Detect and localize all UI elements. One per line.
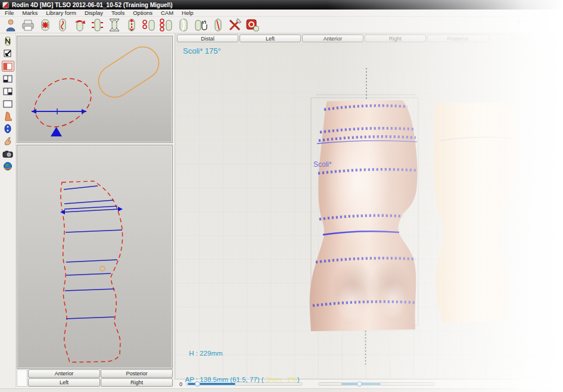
hand-select-icon[interactable] (194, 18, 208, 32)
reference-torso (434, 102, 517, 323)
main-toolbar (0, 17, 563, 33)
measure-h: H : 229mm (181, 349, 300, 358)
menu-library-form[interactable]: Library form (46, 10, 76, 16)
measure-ap: AP : 138.5mm (61.5, 77) (-3mm, -2%) (181, 375, 300, 384)
orientation-buttons: Anterior Posterior Left Right (17, 369, 173, 387)
tab-right[interactable]: Right (365, 35, 426, 42)
profile-drawing (17, 145, 172, 368)
model-rings-stack-icon[interactable] (159, 18, 173, 32)
zoom-slider-thumb[interactable] (357, 381, 362, 387)
menu-tools[interactable]: Tools (111, 10, 125, 16)
patient-icon[interactable] (4, 18, 18, 32)
app-logo-icon (2, 2, 9, 8)
cross-section-panel[interactable] (17, 36, 173, 143)
menu-bar: File Marks Library form Display Tools Op… (0, 10, 563, 17)
viewport-3d[interactable]: Distal Left Anterior Right Posterior Pro… (175, 33, 563, 379)
right-button[interactable]: Right (101, 378, 173, 387)
socket-tool-icon[interactable] (2, 123, 14, 134)
model-height-icon[interactable] (125, 18, 139, 32)
pointer-select-icon[interactable] (2, 36, 14, 46)
anterior-marker-triangle[interactable] (51, 127, 62, 136)
level-arrow-right[interactable] (118, 207, 123, 211)
section-level-lines (64, 186, 122, 319)
modified-section-outline (35, 79, 91, 127)
model-rings-left-icon[interactable] (142, 18, 156, 32)
reference-section-outline (92, 41, 165, 103)
tools-icon[interactable] (228, 18, 242, 32)
main-torso[interactable] (310, 100, 418, 331)
model-rotate-icon[interactable] (73, 18, 87, 32)
left-button[interactable]: Left (28, 378, 100, 387)
faded-brand-logo: r (517, 17, 521, 27)
hand-pen-tool-icon[interactable] (2, 136, 14, 147)
scene-3d[interactable]: Scoli* (175, 33, 563, 379)
foot-tool-icon[interactable] (2, 111, 14, 122)
model-measure-icon[interactable] (211, 18, 225, 32)
landmark-circle (100, 266, 105, 271)
model-trim-icon[interactable] (176, 18, 191, 32)
menu-marks[interactable]: Marks (22, 10, 38, 16)
measurement-readout: H : 229mm AP : 138.5mm (61.5, 77) (-3mm,… (181, 332, 300, 392)
rodin4d-window: Rodin 4D [MG] TLSO 2012-06-01_10-52 (Tra… (0, 0, 563, 392)
tool-sidebar (0, 33, 16, 392)
menu-help[interactable]: Help (182, 10, 194, 16)
profile-panel[interactable] (17, 145, 173, 369)
model-width-icon[interactable] (90, 18, 104, 32)
menu-display[interactable]: Display (85, 10, 103, 16)
print-icon[interactable] (21, 18, 35, 32)
window-title: Rodin 4D [MG] TLSO 2012-06-01_10-52 (Tra… (12, 2, 173, 8)
model-delete-icon[interactable] (38, 18, 52, 32)
layout-columns-icon[interactable] (2, 86, 14, 97)
camera-icon[interactable] (2, 148, 14, 159)
menu-options[interactable]: Options (133, 10, 153, 16)
model-cage-icon[interactable] (107, 18, 122, 32)
model-marks-icon[interactable] (55, 18, 70, 32)
menu-file[interactable]: File (5, 10, 14, 16)
tab-posterior[interactable]: Posterior (427, 35, 489, 42)
zoom-arrow-icon[interactable] (2, 48, 14, 59)
menu-cam[interactable]: CAM (161, 10, 173, 16)
model-scoli-label: Scoli* (313, 160, 332, 169)
cam-output-icon[interactable] (245, 18, 260, 32)
scoli-angle-label: Scoli* 175° (183, 46, 221, 55)
tab-left[interactable]: Left (239, 35, 301, 42)
layout-single-icon[interactable] (2, 98, 14, 109)
posterior-button[interactable]: Posterior (101, 369, 173, 378)
profile-outline (61, 181, 123, 362)
globe-icon[interactable] (2, 161, 14, 172)
layout-split-icon[interactable] (2, 73, 14, 84)
layout-left-icon[interactable] (2, 61, 14, 71)
tab-proximal[interactable]: Proximal (490, 35, 551, 42)
title-bar[interactable]: Rodin 4D [MG] TLSO 2012-06-01_10-52 (Tra… (0, 0, 563, 10)
zoom-slider[interactable] (318, 382, 435, 385)
tab-distal[interactable]: Distal (177, 35, 238, 42)
corner-cell (17, 369, 27, 387)
view-tabs: Distal Left Anterior Right Posterior Pro… (177, 35, 551, 42)
anterior-button[interactable]: Anterior (28, 369, 100, 378)
tab-anterior[interactable]: Anterior (302, 35, 363, 42)
cross-section-drawing (17, 36, 172, 142)
